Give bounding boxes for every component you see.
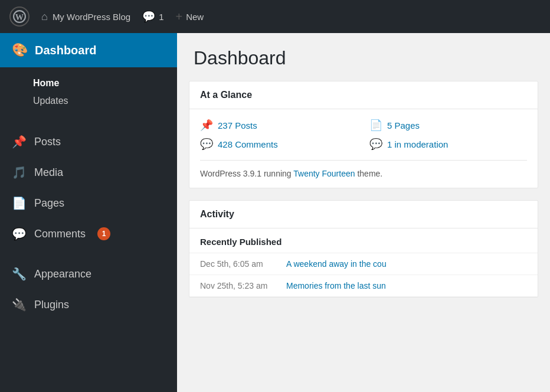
activity-title: Activity <box>200 209 234 219</box>
moderation-stat: 💬 1 in moderation <box>369 138 527 151</box>
home-icon: ⌂ <box>41 11 48 23</box>
recently-published-title: Recently Published <box>189 228 538 253</box>
comments-nav-icon: 💬 <box>12 227 26 241</box>
at-a-glance-widget: At a Glance 📌 237 Posts 📄 5 Pages 💬 428 … <box>189 81 538 188</box>
activity-link-0[interactable]: A weekend away in the cou <box>286 259 387 269</box>
sidebar-dashboard-label: Dashboard <box>35 44 96 57</box>
sidebar-item-dashboard[interactable]: 🎨 Dashboard <box>0 33 177 67</box>
activity-link-1[interactable]: Memories from the last sun <box>286 281 386 290</box>
sidebar-item-pages[interactable]: 📄 Pages <box>0 188 177 218</box>
wp-version-prefix: WordPress 3.9.1 running <box>200 169 293 178</box>
wp-logo[interactable]: W <box>9 6 30 27</box>
new-content-link[interactable]: + New <box>175 10 204 24</box>
theme-link[interactable]: Twenty Fourteen <box>293 169 355 178</box>
sidebar-item-comments[interactable]: 💬 Comments 1 <box>0 218 177 249</box>
sidebar-posts-label: Posts <box>34 136 61 148</box>
site-name-label: My WordPress Blog <box>53 12 130 22</box>
media-icon: 🎵 <box>12 165 26 179</box>
svg-text:W: W <box>15 12 24 22</box>
activity-header: Activity <box>189 201 538 228</box>
posts-stat: 📌 237 Posts <box>200 119 358 132</box>
activity-date-1: Nov 25th, 5:23 am <box>200 281 277 290</box>
moderation-count-link[interactable]: 1 in moderation <box>387 139 448 149</box>
sidebar-item-updates[interactable]: Updates <box>33 92 177 110</box>
sidebar-comments-label: Comments <box>34 228 86 240</box>
sidebar-item-plugins[interactable]: 🔌 Plugins <box>0 289 177 320</box>
sidebar-plugins-label: Plugins <box>34 299 69 311</box>
comments-icon: 💬 <box>142 10 155 23</box>
sidebar-media-label: Media <box>34 166 63 179</box>
pages-stat: 📄 5 Pages <box>369 119 527 132</box>
comments-count-link[interactable]: 428 Comments <box>218 139 278 149</box>
comments-stat-icon: 💬 <box>200 138 213 151</box>
moderation-stat-icon: 💬 <box>369 138 382 151</box>
sidebar: 🎨 Dashboard Home Updates 📌 Posts 🎵 Media… <box>0 33 177 392</box>
pages-icon: 📄 <box>12 196 26 210</box>
at-a-glance-body: 📌 237 Posts 📄 5 Pages 💬 428 Comments 💬 1… <box>189 109 538 188</box>
appearance-icon: 🔧 <box>12 267 26 281</box>
posts-count-link[interactable]: 237 Posts <box>218 120 257 130</box>
sidebar-item-posts[interactable]: 📌 Posts <box>0 126 177 157</box>
at-a-glance-title: At a Glance <box>200 90 252 100</box>
activity-item-0: Dec 5th, 6:05 am A weekend away in the c… <box>189 253 538 275</box>
admin-bar: W ⌂ My WordPress Blog 💬 1 + New <box>0 0 550 33</box>
comments-badge: 1 <box>97 227 110 240</box>
sidebar-item-media[interactable]: 🎵 Media <box>0 157 177 188</box>
dashboard-icon: 🎨 <box>12 43 28 58</box>
wp-version-text: WordPress 3.9.1 running Twenty Fourteen … <box>200 160 527 178</box>
sidebar-item-home[interactable]: Home <box>33 74 177 92</box>
comments-link[interactable]: 💬 1 <box>142 10 163 23</box>
at-a-glance-header: At a Glance <box>189 81 538 109</box>
site-name-link[interactable]: ⌂ My WordPress Blog <box>41 11 130 23</box>
glance-stats-grid: 📌 237 Posts 📄 5 Pages 💬 428 Comments 💬 1… <box>200 119 527 151</box>
pages-count-link[interactable]: 5 Pages <box>387 120 420 130</box>
plugins-icon: 🔌 <box>12 298 26 312</box>
pages-stat-icon: 📄 <box>369 119 382 132</box>
comments-stat: 💬 428 Comments <box>200 138 358 151</box>
main-content: Dashboard At a Glance 📌 237 Posts 📄 5 Pa… <box>177 33 550 392</box>
posts-stat-icon: 📌 <box>200 119 213 132</box>
activity-date-0: Dec 5th, 6:05 am <box>200 259 277 269</box>
activity-widget: Activity Recently Published Dec 5th, 6:0… <box>189 200 538 298</box>
sidebar-pages-label: Pages <box>34 197 64 210</box>
sidebar-appearance-label: Appearance <box>34 268 91 280</box>
wp-version-suffix: theme. <box>355 169 383 178</box>
dashboard-submenu: Home Updates <box>0 67 177 117</box>
comments-count-label: 1 <box>159 12 163 22</box>
activity-item-1: Nov 25th, 5:23 am Memories from the last… <box>189 275 538 297</box>
page-title: Dashboard <box>177 33 550 81</box>
new-label: New <box>186 12 204 22</box>
posts-icon: 📌 <box>12 135 26 149</box>
plus-icon: + <box>175 10 182 24</box>
sidebar-item-appearance[interactable]: 🔧 Appearance <box>0 259 177 289</box>
